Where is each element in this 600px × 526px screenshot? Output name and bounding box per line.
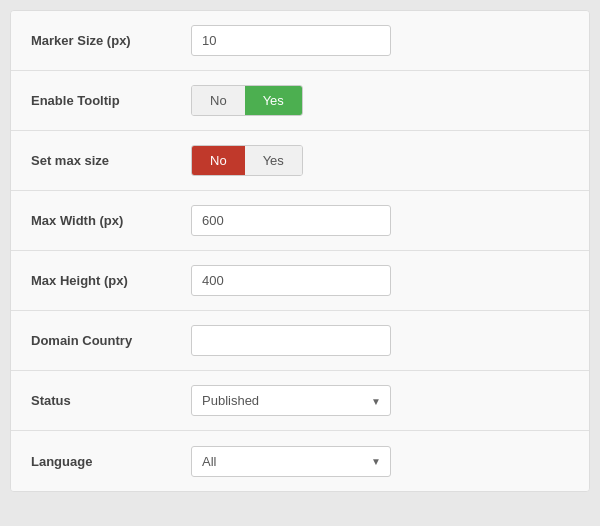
marker-size-input[interactable] (191, 25, 391, 56)
language-select[interactable]: All English Spanish French (191, 446, 391, 477)
enable-tooltip-label: Enable Tooltip (31, 93, 191, 108)
enable-tooltip-row: Enable Tooltip No Yes (11, 71, 589, 131)
set-max-size-row: Set max size No Yes (11, 131, 589, 191)
max-width-input[interactable] (191, 205, 391, 236)
marker-size-label: Marker Size (px) (31, 33, 191, 48)
language-row: Language All English Spanish French ▼ (11, 431, 589, 491)
language-control: All English Spanish French ▼ (191, 446, 569, 477)
max-width-row: Max Width (px) (11, 191, 589, 251)
set-max-size-toggle-group: No Yes (191, 145, 303, 176)
status-select-wrapper: Published Draft Unpublished ▼ (191, 385, 391, 416)
domain-country-row: Domain Country (11, 311, 589, 371)
set-max-size-no-btn[interactable]: No (192, 146, 245, 175)
enable-tooltip-control: No Yes (191, 85, 569, 116)
domain-country-control (191, 325, 569, 356)
set-max-size-yes-btn[interactable]: Yes (245, 146, 302, 175)
language-select-wrapper: All English Spanish French ▼ (191, 446, 391, 477)
enable-tooltip-no-btn[interactable]: No (192, 86, 245, 115)
domain-country-input[interactable] (191, 325, 391, 356)
status-row: Status Published Draft Unpublished ▼ (11, 371, 589, 431)
max-width-label: Max Width (px) (31, 213, 191, 228)
max-height-input[interactable] (191, 265, 391, 296)
max-height-row: Max Height (px) (11, 251, 589, 311)
marker-size-control (191, 25, 569, 56)
domain-country-label: Domain Country (31, 333, 191, 348)
marker-size-row: Marker Size (px) (11, 11, 589, 71)
status-label: Status (31, 393, 191, 408)
set-max-size-label: Set max size (31, 153, 191, 168)
set-max-size-control: No Yes (191, 145, 569, 176)
enable-tooltip-yes-btn[interactable]: Yes (245, 86, 302, 115)
status-control: Published Draft Unpublished ▼ (191, 385, 569, 416)
language-label: Language (31, 454, 191, 469)
enable-tooltip-toggle-group: No Yes (191, 85, 303, 116)
max-height-control (191, 265, 569, 296)
status-select[interactable]: Published Draft Unpublished (191, 385, 391, 416)
settings-form: Marker Size (px) Enable Tooltip No Yes S… (10, 10, 590, 492)
max-height-label: Max Height (px) (31, 273, 191, 288)
max-width-control (191, 205, 569, 236)
